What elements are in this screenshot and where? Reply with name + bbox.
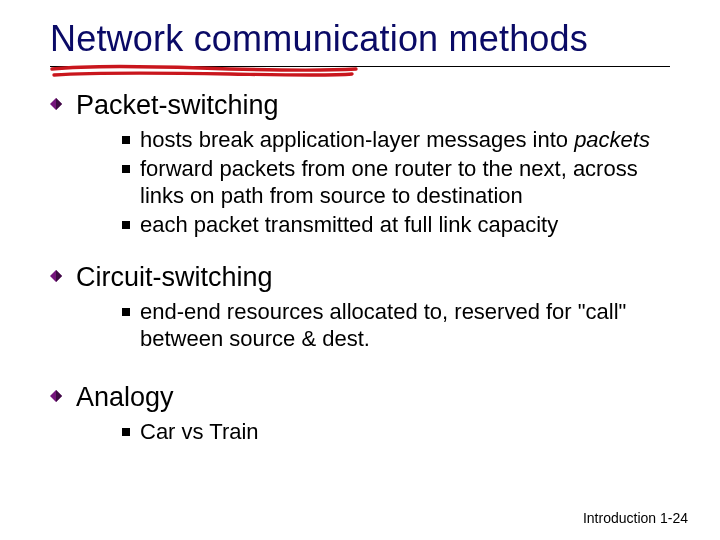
square-bullet-icon bbox=[122, 165, 130, 173]
square-bullet-icon bbox=[122, 136, 130, 144]
diamond-bullet-icon bbox=[50, 390, 62, 402]
section-heading-row: Packet-switching bbox=[50, 89, 680, 121]
sub-bullet-text: end-end resources allocated to, reserved… bbox=[140, 299, 680, 353]
section-heading: Analogy bbox=[76, 381, 174, 413]
title-underline bbox=[50, 66, 670, 67]
sub-bullet-row: hosts break application-layer messages i… bbox=[122, 127, 680, 154]
svg-marker-3 bbox=[56, 270, 62, 282]
section-heading: Circuit-switching bbox=[76, 261, 273, 293]
section-heading: Packet-switching bbox=[76, 89, 279, 121]
diamond-bullet-icon bbox=[50, 270, 62, 282]
svg-marker-1 bbox=[56, 98, 62, 110]
square-bullet-icon bbox=[122, 428, 130, 436]
section-heading-row: Analogy bbox=[50, 381, 680, 413]
sub-bullet-text: forward packets from one router to the n… bbox=[140, 156, 680, 210]
section: Packet-switchinghosts break application-… bbox=[50, 89, 680, 239]
section: AnalogyCar vs Train bbox=[50, 381, 680, 446]
sub-bullet-row: Car vs Train bbox=[122, 419, 680, 446]
slide-title: Network communication methods bbox=[50, 18, 680, 60]
section: Circuit-switchingend-end resources alloc… bbox=[50, 261, 680, 353]
sub-bullets: Car vs Train bbox=[122, 419, 680, 446]
sub-bullet-row: each packet transmitted at full link cap… bbox=[122, 212, 680, 239]
sub-bullet-row: end-end resources allocated to, reserved… bbox=[122, 299, 680, 353]
slide-footer: Introduction 1-24 bbox=[583, 510, 688, 526]
sub-bullet-row: forward packets from one router to the n… bbox=[122, 156, 680, 210]
diamond-bullet-icon bbox=[50, 98, 62, 110]
sub-bullet-text: Car vs Train bbox=[140, 419, 259, 446]
sub-bullet-text: each packet transmitted at full link cap… bbox=[140, 212, 558, 239]
slide: Network communication methods Packet-swi… bbox=[0, 0, 720, 540]
sub-bullets: end-end resources allocated to, reserved… bbox=[122, 299, 680, 353]
svg-marker-5 bbox=[56, 390, 62, 402]
square-bullet-icon bbox=[122, 221, 130, 229]
square-bullet-icon bbox=[122, 308, 130, 316]
section-heading-row: Circuit-switching bbox=[50, 261, 680, 293]
sections-container: Packet-switchinghosts break application-… bbox=[50, 89, 680, 446]
sub-bullets: hosts break application-layer messages i… bbox=[122, 127, 680, 238]
sub-bullet-text: hosts break application-layer messages i… bbox=[140, 127, 650, 154]
